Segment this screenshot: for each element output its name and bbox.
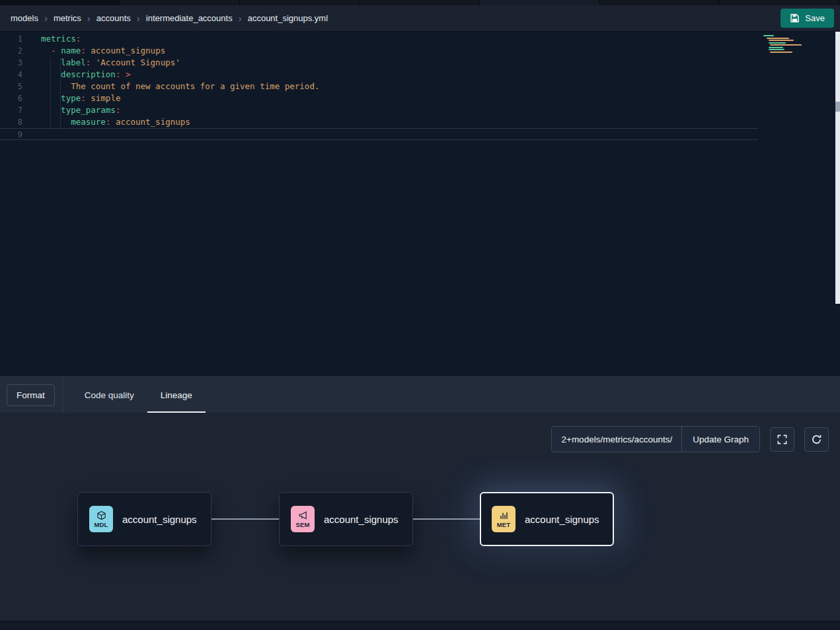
update-graph-button[interactable]: Update Graph bbox=[681, 427, 759, 452]
editor-tab-strip bbox=[0, 0, 840, 5]
line-number: 4 bbox=[0, 69, 22, 81]
breadcrumb-item[interactable]: account_signups.yml bbox=[248, 13, 328, 23]
lineage-node-met[interactable]: METaccount_signups bbox=[480, 492, 614, 546]
code-line[interactable]: 8 measure: account_signups bbox=[0, 116, 758, 128]
node-label: account_signups bbox=[525, 514, 599, 525]
sem-badge: SEM bbox=[291, 506, 315, 532]
lineage-canvas[interactable]: 2+models/metrics/accounts/ Update Graph bbox=[0, 413, 840, 621]
code-line[interactable]: 2 - name: account_signups bbox=[0, 45, 758, 57]
scrollbar-thumb[interactable] bbox=[835, 102, 840, 112]
code-line[interactable]: 7 type_params: bbox=[0, 104, 758, 116]
line-number: 9 bbox=[0, 129, 22, 141]
line-number: 3 bbox=[0, 57, 22, 69]
tab-code-quality[interactable]: Code quality bbox=[71, 377, 147, 413]
save-button-label: Save bbox=[805, 13, 825, 23]
code-lines: 1metrics:2 - name: account_signups3 labe… bbox=[0, 33, 840, 140]
badge-label: SEM bbox=[295, 521, 309, 528]
breadcrumb-item[interactable]: intermediate_accounts bbox=[146, 13, 233, 23]
code-line[interactable]: 6 type: simple bbox=[0, 92, 758, 104]
save-button[interactable]: Save bbox=[781, 9, 834, 28]
refresh-button[interactable] bbox=[804, 427, 829, 452]
lineage-selector-group: 2+models/metrics/accounts/ Update Graph bbox=[551, 426, 760, 452]
indent-guide bbox=[50, 58, 51, 129]
line-number: 7 bbox=[0, 104, 22, 116]
editor-tab[interactable] bbox=[480, 0, 600, 5]
format-button[interactable]: Format bbox=[7, 384, 55, 406]
line-number: 2 bbox=[0, 45, 22, 57]
breadcrumb-bar: models›metrics›accounts›intermediate_acc… bbox=[0, 5, 840, 32]
chevron-right-icon: › bbox=[44, 13, 48, 23]
lineage-selector-input[interactable]: 2+models/metrics/accounts/ bbox=[552, 427, 681, 452]
chevron-right-icon: › bbox=[87, 13, 91, 23]
badge-label: MDL bbox=[94, 521, 108, 528]
badge-label: MET bbox=[497, 521, 511, 528]
lineage-edge bbox=[211, 518, 279, 520]
breadcrumb-item[interactable]: models bbox=[11, 13, 38, 23]
bottom-strip bbox=[0, 621, 840, 630]
panel-tabs: Code qualityLineage bbox=[71, 377, 206, 413]
line-number: 1 bbox=[0, 33, 22, 45]
fullscreen-icon bbox=[777, 434, 788, 445]
editor-tab[interactable] bbox=[360, 0, 480, 5]
lineage-controls: 2+models/metrics/accounts/ Update Graph bbox=[551, 426, 829, 452]
breadcrumb-item[interactable]: metrics bbox=[54, 13, 81, 23]
save-icon bbox=[790, 13, 800, 23]
line-number: 8 bbox=[0, 116, 22, 128]
lineage-node-sem[interactable]: SEMaccount_signups bbox=[279, 492, 413, 546]
chevron-right-icon: › bbox=[239, 13, 242, 23]
cube-icon bbox=[96, 510, 106, 520]
code-line[interactable]: 1metrics: bbox=[0, 33, 758, 45]
node-label: account_signups bbox=[324, 514, 399, 525]
code-line-active[interactable]: 9 bbox=[0, 128, 758, 140]
met-badge: MET bbox=[492, 506, 515, 532]
indent-guide bbox=[60, 58, 61, 129]
editor-scrollbar[interactable] bbox=[835, 32, 840, 304]
editor-tab[interactable] bbox=[0, 0, 120, 5]
code-editor[interactable]: 1metrics:2 - name: account_signups3 labe… bbox=[0, 32, 840, 376]
bar-chart-icon bbox=[499, 510, 509, 520]
fullscreen-button[interactable] bbox=[770, 427, 794, 452]
editor-tab[interactable] bbox=[600, 0, 720, 5]
line-number: 6 bbox=[0, 92, 22, 104]
tab-lineage[interactable]: Lineage bbox=[147, 377, 206, 413]
megaphone-icon bbox=[298, 510, 308, 520]
breadcrumb-item[interactable]: accounts bbox=[96, 13, 131, 23]
editor-tab[interactable] bbox=[720, 0, 840, 5]
divider bbox=[63, 377, 63, 413]
minimap[interactable] bbox=[763, 35, 802, 53]
refresh-icon bbox=[811, 434, 822, 445]
app-window: models›metrics›accounts›intermediate_acc… bbox=[0, 0, 840, 630]
code-line[interactable]: 5 The count of new accounts for a given … bbox=[0, 81, 758, 92]
code-line[interactable]: 3 label: 'Account Signups' bbox=[0, 57, 758, 69]
chevron-right-icon: › bbox=[137, 13, 140, 23]
editor-tab[interactable] bbox=[120, 0, 241, 5]
bottom-panel-tabbar: Format Code qualityLineage bbox=[0, 376, 840, 413]
lineage-node-mdl[interactable]: MDLaccount_signups bbox=[77, 492, 211, 546]
line-number: 5 bbox=[0, 81, 22, 92]
lineage-edge bbox=[413, 518, 480, 520]
editor-tab[interactable] bbox=[240, 0, 360, 5]
node-label: account_signups bbox=[122, 514, 197, 525]
breadcrumb: models›metrics›accounts›intermediate_acc… bbox=[11, 13, 328, 23]
mdl-badge: MDL bbox=[89, 506, 113, 532]
code-line[interactable]: 4 description: > bbox=[0, 69, 758, 81]
